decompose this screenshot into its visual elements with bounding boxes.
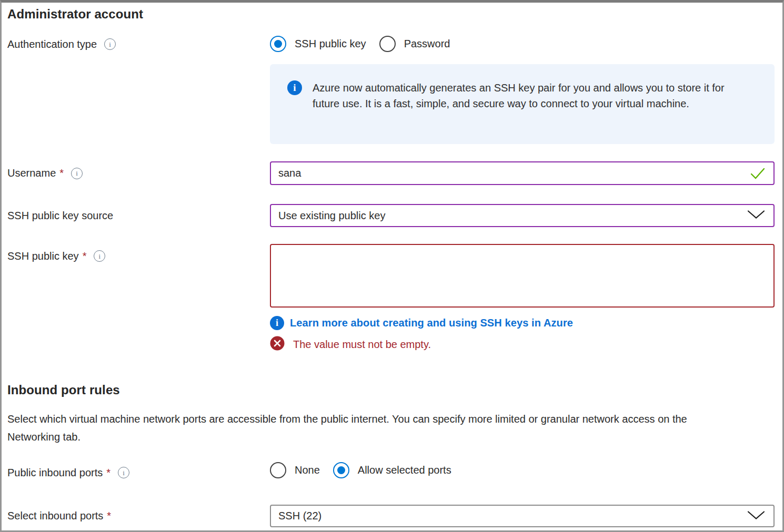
username-input[interactable]	[270, 161, 775, 185]
ssh-public-key-error-row: The value must not be empty.	[270, 337, 775, 352]
radio-none[interactable]: None	[270, 462, 320, 478]
select-inbound-ports-field: SSH (22)	[270, 505, 775, 527]
select-inbound-ports-label-group: Select inbound ports *	[7, 510, 270, 522]
inbound-port-rules-description: Select which virtual machine network por…	[7, 410, 697, 446]
ssh-public-key-textarea[interactable]	[270, 244, 775, 308]
radio-unselected-icon	[379, 36, 396, 52]
ssh-public-key-label-group: SSH public key * i	[7, 244, 270, 262]
required-marker: *	[107, 510, 111, 522]
authentication-type-label-group: Authentication type i	[7, 35, 270, 50]
ssh-key-info-banner: i Azure now automatically generates an S…	[270, 64, 775, 144]
ssh-key-source-dropdown[interactable]: Use existing public key	[270, 204, 775, 227]
public-inbound-ports-label-group: Public inbound ports * i	[7, 462, 270, 479]
required-marker: *	[106, 467, 110, 479]
ssh-key-source-value: Use existing public key	[278, 210, 385, 222]
inbound-port-rules-section-title: Inbound port rules	[7, 382, 775, 398]
required-marker: *	[83, 250, 87, 262]
radio-none-label: None	[295, 464, 320, 476]
username-row: Username * i	[7, 161, 775, 185]
info-icon: i	[287, 80, 302, 95]
select-inbound-ports-label: Select inbound ports	[7, 510, 103, 522]
vm-create-basics-panel: Administrator account Authentication typ…	[2, 3, 782, 527]
radio-password-label: Password	[404, 38, 450, 50]
authentication-type-info-icon[interactable]: i	[104, 38, 116, 50]
select-inbound-ports-row: Select inbound ports * SSH (22)	[7, 505, 775, 527]
radio-selected-icon	[270, 36, 286, 52]
ssh-public-key-error-text: The value must not be empty.	[293, 339, 431, 351]
select-inbound-ports-dropdown[interactable]: SSH (22)	[270, 505, 775, 527]
ssh-public-key-field: i Learn more about creating and using SS…	[270, 244, 775, 352]
public-inbound-ports-field: None Allow selected ports	[270, 462, 775, 478]
ssh-key-info-banner-text: Azure now automatically generates an SSH…	[313, 80, 749, 128]
public-inbound-ports-label: Public inbound ports	[7, 467, 103, 479]
ssh-key-source-label: SSH public key source	[7, 210, 113, 222]
radio-ssh-public-key-label: SSH public key	[295, 38, 366, 50]
radio-selected-icon	[333, 462, 349, 478]
error-icon	[270, 336, 285, 353]
ssh-key-source-label-group: SSH public key source	[7, 210, 270, 222]
ssh-keys-learn-more-link[interactable]: Learn more about creating and using SSH …	[290, 317, 573, 329]
ssh-keys-learn-more-row: i Learn more about creating and using SS…	[270, 315, 775, 330]
ssh-public-key-info-icon[interactable]: i	[94, 250, 105, 262]
username-label: Username	[7, 167, 56, 179]
authentication-type-radio-group: SSH public key Password	[270, 35, 775, 52]
admin-account-section-title: Administrator account	[7, 6, 775, 23]
public-inbound-ports-row: Public inbound ports * i None Allow sele…	[7, 462, 775, 479]
required-marker: *	[59, 167, 64, 179]
radio-password[interactable]: Password	[379, 36, 450, 52]
info-icon: i	[270, 316, 284, 330]
chevron-down-icon	[747, 210, 765, 222]
public-inbound-ports-info-icon[interactable]: i	[118, 467, 129, 478]
username-label-group: Username * i	[7, 167, 270, 179]
radio-allow-selected-ports-label: Allow selected ports	[358, 464, 451, 476]
radio-allow-selected-ports[interactable]: Allow selected ports	[333, 462, 451, 478]
radio-ssh-public-key[interactable]: SSH public key	[270, 36, 366, 52]
authentication-type-row: Authentication type i SSH public key Pas…	[7, 35, 775, 144]
authentication-type-field: SSH public key Password i Azure now auto…	[270, 35, 775, 144]
ssh-public-key-label: SSH public key	[7, 250, 79, 262]
chevron-down-icon	[747, 510, 765, 522]
ssh-public-key-row: SSH public key * i i Learn more about cr…	[7, 244, 775, 352]
validation-check-icon	[749, 167, 766, 180]
username-field	[270, 161, 775, 185]
ssh-key-source-field: Use existing public key	[270, 204, 775, 227]
username-info-icon[interactable]: i	[71, 168, 83, 179]
authentication-type-label: Authentication type	[7, 38, 97, 50]
public-inbound-ports-radio-group: None Allow selected ports	[270, 462, 775, 478]
select-inbound-ports-value: SSH (22)	[278, 510, 321, 522]
ssh-key-source-row: SSH public key source Use existing publi…	[7, 204, 775, 227]
radio-unselected-icon	[270, 462, 286, 478]
